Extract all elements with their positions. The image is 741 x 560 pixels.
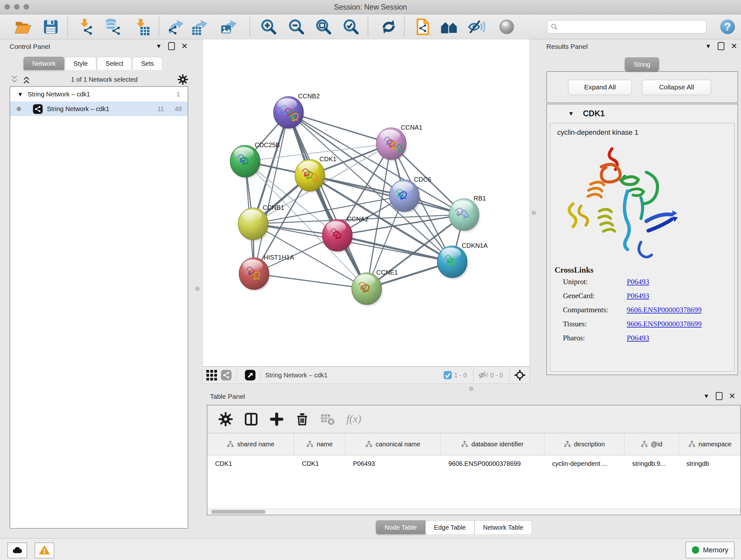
- network-row[interactable]: String Network – cdk1 11 48: [10, 102, 188, 116]
- control-panel-title: Control Panel: [10, 43, 50, 51]
- collapse-all-button[interactable]: Collapse All: [642, 80, 711, 95]
- float-panel-icon[interactable]: ▼: [156, 43, 162, 49]
- network-collection-row[interactable]: ▼ String Network – cdk1 1: [10, 87, 188, 102]
- open-session-button[interactable]: [14, 18, 31, 36]
- crosslink-link[interactable]: 9606.ENSP00000378699: [627, 306, 702, 314]
- save-session-button[interactable]: [42, 18, 59, 36]
- export-image-button[interactable]: [220, 18, 238, 36]
- dock-panel-icon[interactable]: [718, 42, 724, 50]
- float-panel-icon[interactable]: ▼: [705, 43, 711, 49]
- network-edge[interactable]: [288, 112, 391, 144]
- gear-icon[interactable]: [218, 412, 233, 427]
- close-panel-icon[interactable]: ✕: [181, 42, 188, 50]
- network-edge[interactable]: [288, 112, 367, 289]
- entry-header[interactable]: ▼ CDK1: [547, 105, 738, 122]
- apply-layout-button[interactable]: [380, 18, 397, 36]
- hidden-eye-icon[interactable]: [478, 370, 488, 380]
- group-nodes-button[interactable]: [441, 18, 458, 36]
- network-edge[interactable]: [337, 235, 452, 262]
- memory-button[interactable]: Memory: [685, 542, 735, 558]
- crosslink-link[interactable]: 9606.ENSP00000378699: [627, 320, 702, 328]
- network-edge[interactable]: [254, 112, 288, 273]
- float-panel-icon[interactable]: ▼: [703, 393, 710, 399]
- tab-select[interactable]: Select: [97, 57, 132, 70]
- network-canvas[interactable]: CCNB2CCNA1CDC25BCDK1CDC6RB1CCNB1CCNA2CDK…: [202, 39, 530, 367]
- column-header-description[interactable]: description: [544, 433, 624, 455]
- crosshair-icon[interactable]: [514, 369, 526, 381]
- import-table-button[interactable]: [133, 18, 150, 36]
- selected-checkbox-icon[interactable]: [443, 371, 452, 380]
- close-panel-icon[interactable]: ✕: [729, 392, 736, 400]
- network-edge[interactable]: [254, 273, 367, 289]
- expand-all-button[interactable]: Expand All: [568, 80, 632, 95]
- tab-network-table[interactable]: Network Table: [475, 520, 532, 534]
- warnings-button[interactable]: [35, 543, 54, 558]
- table-cell[interactable]: CDK1: [207, 460, 294, 468]
- table-cell[interactable]: stringdb: [679, 460, 740, 468]
- dock-panel-icon[interactable]: [168, 42, 175, 50]
- zoom-out-button[interactable]: [288, 18, 305, 36]
- crosslink-link[interactable]: P06493: [627, 278, 649, 286]
- table-cell[interactable]: CDK1: [294, 460, 345, 468]
- export-network-button[interactable]: [167, 18, 185, 36]
- table-toolbar: f(x): [207, 406, 740, 433]
- dock-panel-icon[interactable]: [716, 392, 723, 400]
- table-cell[interactable]: stringdb:9...: [624, 460, 679, 468]
- zoom-fit-button[interactable]: [315, 18, 332, 36]
- network-node-CCNA1[interactable]: CCNA1: [376, 124, 422, 161]
- grid-view-icon[interactable]: [206, 369, 217, 381]
- network-node-CDC6[interactable]: CDC6: [389, 176, 431, 212]
- show-hidden-button[interactable]: [498, 18, 515, 36]
- scrollbar-thumb[interactable]: [211, 510, 266, 514]
- collapse-all-icon[interactable]: [10, 75, 19, 84]
- right-splitter-handle[interactable]: [532, 211, 536, 215]
- column-header-canonical-name[interactable]: canonical name: [345, 433, 441, 455]
- network-node-CDC25B[interactable]: CDC25B: [230, 141, 280, 178]
- table-row[interactable]: CDK1CDK1P064939606.ENSP00000378699cyclin…: [207, 455, 740, 472]
- help-button[interactable]: ?: [720, 19, 736, 35]
- zoom-selected-button[interactable]: [342, 18, 360, 36]
- column-header-shared-name[interactable]: shared name: [207, 433, 294, 455]
- tab-edge-table[interactable]: Edge Table: [425, 520, 475, 534]
- crosslink-link[interactable]: P06493: [627, 334, 649, 342]
- network-node-CCNB2[interactable]: CCNB2: [273, 92, 320, 129]
- tab-string[interactable]: String: [625, 57, 659, 71]
- zoom-in-button[interactable]: [260, 18, 277, 36]
- collapse-collection-icon[interactable]: ▼: [17, 91, 23, 98]
- left-splitter-handle[interactable]: [195, 287, 199, 291]
- annotation-document-button[interactable]: [414, 18, 431, 36]
- hide-selected-button[interactable]: [468, 18, 485, 36]
- cloud-button[interactable]: [7, 543, 27, 558]
- column-header-namespace[interactable]: namespace: [679, 433, 740, 455]
- gear-icon[interactable]: [178, 74, 188, 85]
- table-cell[interactable]: 9606.ENSP00000378699: [441, 460, 544, 468]
- expand-all-icon[interactable]: [22, 75, 31, 84]
- birds-eye-view-icon[interactable]: [245, 369, 256, 381]
- import-network-from-database-button[interactable]: [105, 18, 122, 36]
- share-view-icon[interactable]: [220, 369, 232, 381]
- crosslink-row: Tissues: 9606.ENSP00000378699: [563, 320, 734, 328]
- delete-column-icon[interactable]: [295, 412, 310, 427]
- table-cell[interactable]: P06493: [345, 460, 441, 468]
- table-cell[interactable]: cyclin-dependent ...: [544, 460, 624, 468]
- column-header-name[interactable]: name: [294, 433, 345, 455]
- search-input[interactable]: [561, 21, 702, 32]
- tab-node-table[interactable]: Node Table: [376, 520, 425, 534]
- network-node-HIST1H1A[interactable]: HIST1H1A: [239, 254, 294, 291]
- column-header--id[interactable]: @id: [624, 433, 679, 455]
- collapse-entry-icon[interactable]: ▼: [568, 111, 574, 117]
- crosslink-link[interactable]: P06493: [627, 292, 649, 300]
- node-label: CCNA1: [401, 124, 422, 131]
- tab-network[interactable]: Network: [23, 57, 64, 70]
- tab-style[interactable]: Style: [65, 57, 96, 70]
- add-column-icon[interactable]: [269, 412, 284, 427]
- close-panel-icon[interactable]: ✕: [731, 42, 738, 50]
- export-table-button[interactable]: [191, 18, 208, 36]
- horizontal-scrollbar[interactable]: [207, 509, 740, 515]
- tab-sets[interactable]: Sets: [132, 57, 162, 70]
- import-network-button[interactable]: [77, 18, 94, 36]
- columns-icon[interactable]: [244, 412, 259, 427]
- column-header-database-identifier[interactable]: database identifier: [441, 433, 544, 455]
- bottom-splitter-handle[interactable]: [469, 387, 473, 391]
- network-node-RB1[interactable]: RB1: [449, 195, 486, 232]
